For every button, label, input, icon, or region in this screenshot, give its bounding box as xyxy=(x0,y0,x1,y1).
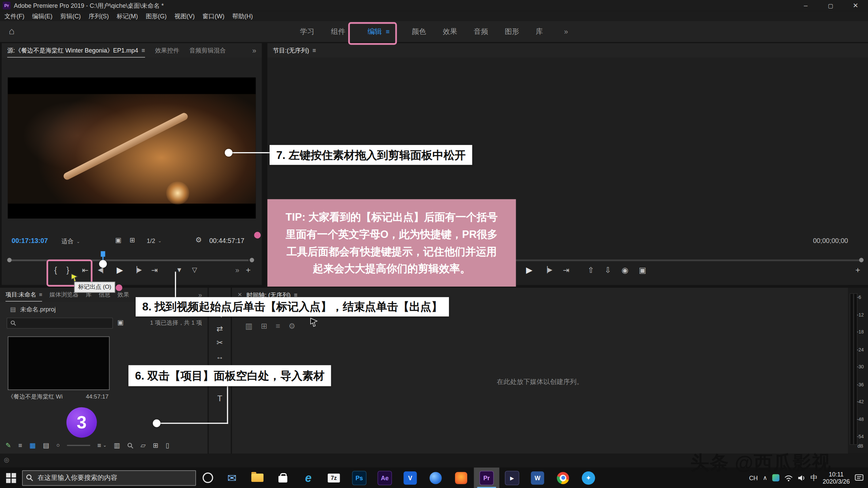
panel-menu-icon[interactable]: ≡ xyxy=(312,47,316,54)
menu-clip[interactable]: 剪辑(C) xyxy=(60,12,81,20)
taskbar-app-premiere[interactable]: Pr xyxy=(474,468,499,488)
taskbar-app-7zip[interactable]: 7z xyxy=(321,468,347,488)
timeline-settings-icon-2[interactable]: ⊞ xyxy=(261,322,267,330)
icon-view-icon[interactable]: ▦ xyxy=(29,442,36,449)
insert-button[interactable]: ▼ xyxy=(176,266,182,273)
source-add-button[interactable]: + xyxy=(246,266,251,274)
workspace-tab-assembly[interactable]: 组件 xyxy=(331,26,345,36)
go-to-out-button[interactable]: ⇥ xyxy=(563,266,569,273)
menu-file[interactable]: 文件(F) xyxy=(4,12,24,20)
scrubber-right-handle[interactable] xyxy=(250,258,254,262)
list-view-icon[interactable]: ≡ xyxy=(18,442,22,449)
project-file-name[interactable]: 未命名.prproj xyxy=(20,305,56,313)
source-video-preview[interactable] xyxy=(8,78,256,219)
sort-icon[interactable]: ≡ xyxy=(97,442,101,449)
output-toggle-icon[interactable]: ⊞ xyxy=(130,237,135,244)
workspace-tab-color[interactable]: 颜色 xyxy=(412,26,426,36)
safe-margins-icon[interactable]: ▣ xyxy=(115,237,122,244)
project-search-input[interactable] xyxy=(7,318,113,329)
overwrite-button[interactable]: ▽ xyxy=(192,266,197,273)
playback-resolution-dropdown[interactable]: 1/2⌄ xyxy=(147,237,162,244)
workspace-tab-learning[interactable]: 学习 xyxy=(300,26,314,36)
taskbar-app-video-editor[interactable]: ▶ xyxy=(499,468,525,488)
menu-markers[interactable]: 标记(M) xyxy=(117,12,138,20)
tab-program-monitor[interactable]: 节目:(无序列) ≡ xyxy=(273,46,316,54)
new-item-icon[interactable]: ⊞ xyxy=(153,442,158,449)
scrubber-left-handle[interactable] xyxy=(7,258,12,262)
workspace-tab-effects[interactable]: 效果 xyxy=(443,26,457,36)
timeline-settings-icon-4[interactable]: ⚙ xyxy=(289,322,296,330)
tab-effects[interactable]: 效果 xyxy=(118,291,129,299)
step-forward-button[interactable]: ▕▶ xyxy=(133,267,142,273)
menu-help[interactable]: 帮助(H) xyxy=(232,12,253,20)
action-center-icon[interactable] xyxy=(855,474,864,482)
new-bin-icon[interactable]: ▱ xyxy=(140,442,145,449)
lift-button[interactable]: ⇧ xyxy=(588,266,594,273)
menu-edit[interactable]: 编辑(E) xyxy=(32,12,53,20)
taskbar-search-input[interactable]: 在这里输入你要搜索的内容 xyxy=(22,470,196,486)
menu-graphics[interactable]: 图形(G) xyxy=(146,12,167,20)
freeform-view-icon[interactable]: ▤ xyxy=(43,442,49,449)
taskbar-app-word[interactable]: W xyxy=(525,468,550,488)
clip-name[interactable]: 《餐边不是海棠红 Wi xyxy=(8,393,63,401)
workspace-overflow-icon[interactable]: » xyxy=(564,28,568,35)
taskbar-app-blue[interactable]: ✦ xyxy=(576,468,601,488)
cortana-button[interactable] xyxy=(196,468,219,488)
workspace-tab-audio[interactable]: 音频 xyxy=(474,26,488,36)
tab-effect-controls[interactable]: 效果控件 xyxy=(155,46,179,54)
export-frame-button[interactable]: ◉ xyxy=(622,266,628,273)
taskbar-app-circle[interactable] xyxy=(423,468,448,488)
taskbar-app-orange[interactable] xyxy=(448,468,474,488)
track-select-tool-icon[interactable]: ⇄ xyxy=(217,325,223,332)
writable-toggle-icon[interactable]: ✎ xyxy=(5,442,11,449)
close-button[interactable]: ✕ xyxy=(843,0,868,11)
start-button[interactable] xyxy=(0,468,22,488)
workspace-tab-graphics[interactable]: 图形 xyxy=(505,26,519,36)
comparison-view-button[interactable]: ▣ xyxy=(639,266,646,273)
tab-project[interactable]: 项目:未命名 ≡ xyxy=(5,291,42,299)
find-icon[interactable] xyxy=(127,442,133,448)
filter-bin-icon[interactable]: ▣ xyxy=(117,319,124,326)
razor-tool-icon[interactable]: ✂ xyxy=(217,339,223,346)
taskbar-app-chrome[interactable] xyxy=(550,468,576,488)
program-add-button[interactable]: + xyxy=(855,266,860,274)
zoom-slider-knob-icon[interactable]: ○ xyxy=(56,443,60,448)
clip-thumbnail[interactable] xyxy=(8,337,110,390)
zoom-level-dropdown[interactable]: 适合⌄ xyxy=(61,237,80,245)
wrench-icon[interactable]: ⚙ xyxy=(195,236,202,243)
taskbar-app-v[interactable]: V xyxy=(397,468,423,488)
taskbar-app-photoshop[interactable]: Ps xyxy=(347,468,372,488)
taskbar-app-mail[interactable]: ✉ xyxy=(219,468,245,488)
go-to-out-button[interactable]: ⇥ xyxy=(151,266,158,273)
source-tab-overflow-icon[interactable]: » xyxy=(252,47,256,54)
type-tool-icon[interactable]: T xyxy=(217,394,222,402)
workspace-tab-libraries[interactable]: 库 xyxy=(536,26,543,36)
panel-menu-icon[interactable]: ≡ xyxy=(39,292,42,298)
minimize-button[interactable]: – xyxy=(793,0,818,11)
menu-view[interactable]: 视图(V) xyxy=(174,12,195,20)
tab-audio-clip-mixer[interactable]: 音频剪辑混合 xyxy=(189,46,226,54)
tab-source-monitor[interactable]: 源:《餐边不是海棠红 Winter Begonia》EP1.mp4 ≡ xyxy=(7,46,145,54)
play-button[interactable]: ▶ xyxy=(526,266,532,274)
timeline-settings-icon-3[interactable]: ≡ xyxy=(276,322,280,330)
zoom-slider-track[interactable] xyxy=(67,445,90,446)
taskbar-app-file-explorer[interactable] xyxy=(245,468,270,488)
panel-menu-icon[interactable]: ≡ xyxy=(141,47,145,54)
maximize-button[interactable]: ▢ xyxy=(818,0,843,11)
taskbar-app-after-effects[interactable]: Ae xyxy=(372,468,397,488)
source-scrubber-track[interactable] xyxy=(9,260,249,261)
menu-sequence[interactable]: 序列(S) xyxy=(88,12,109,20)
trash-icon[interactable]: ▯ xyxy=(165,442,169,449)
extract-button[interactable]: ⇩ xyxy=(605,266,611,273)
slip-tool-icon[interactable]: ↔ xyxy=(216,352,224,360)
taskbar-app-edge[interactable]: e xyxy=(296,468,321,488)
play-button[interactable]: ▶ xyxy=(117,266,123,274)
timeline-settings-icon-1[interactable]: ▥ xyxy=(245,322,253,330)
automate-to-sequence-icon[interactable]: ▥ xyxy=(114,442,120,449)
source-current-timecode[interactable]: 00:17:13:07 xyxy=(12,237,48,245)
program-scrubber-handle[interactable] xyxy=(859,258,864,262)
menu-window[interactable]: 窗口(W) xyxy=(202,12,224,20)
source-transport-overflow-icon[interactable]: » xyxy=(235,267,239,274)
taskbar-app-store[interactable] xyxy=(270,468,296,488)
step-forward-button[interactable]: ▕▶ xyxy=(543,267,552,273)
